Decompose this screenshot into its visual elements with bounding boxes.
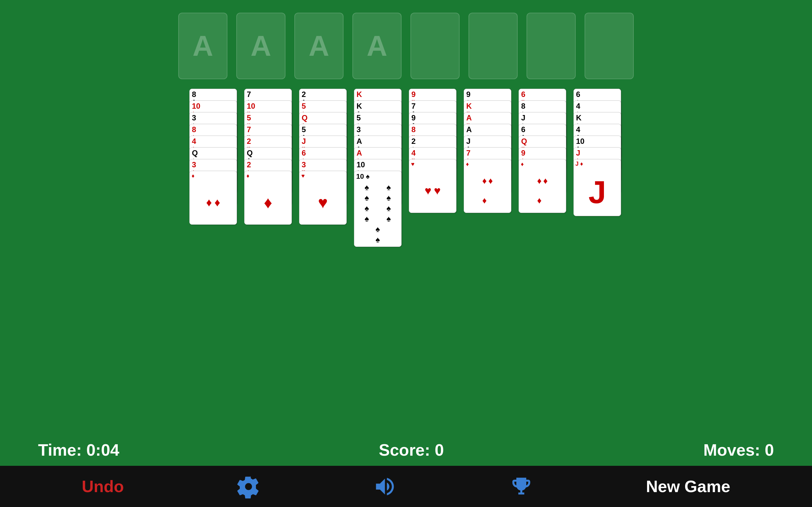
moves-display: Moves: 0: [703, 441, 774, 459]
tableau-column-6: 9♠ K♥ A♥ A♠ J♣ 7♦ ♦ ♦♦♦: [464, 89, 513, 428]
gear-icon: [237, 475, 260, 498]
tableau: 8♣ 10♦ 3♠ 8♦ 4♦ Q♠ 3♦ ♦: [63, 89, 749, 428]
tableau-column-5: 9♥ 7♣ 9♣ 8♥ 2♠ 4♥ ♥ ♥♥: [409, 89, 458, 428]
card-diamond-last-1[interactable]: ♦ ♦♦: [189, 171, 237, 225]
settings-button[interactable]: [237, 475, 260, 498]
card-diamonds-last-7[interactable]: ♦ ♦♦♦: [519, 159, 566, 213]
tableau-column-3: 2♣ 5♦ Q♦ 5♣ J♥ 6♦ 3♥ ♥ ♥: [299, 89, 348, 428]
game-area: A A A A 8♣ 10♦: [0, 0, 812, 434]
trophy-button[interactable]: [509, 475, 533, 498]
card-diamonds-last-6[interactable]: ♦ ♦♦♦: [464, 159, 511, 213]
sound-button[interactable]: [373, 475, 397, 498]
foundation-slot-6[interactable]: [468, 13, 518, 79]
foundation-slot-8[interactable]: [585, 13, 634, 79]
card-hearts-last-5[interactable]: ♥ ♥♥: [409, 159, 456, 213]
tableau-column-8: 6♠ 4♠ K♠ 4♣ 10♣ J♦ J ♦ J: [573, 89, 623, 428]
time-display: Time: 0:04: [38, 441, 119, 459]
foundation-slot-2[interactable]: A: [236, 13, 286, 79]
foundation-slot-5[interactable]: [410, 13, 460, 79]
card-j-diamonds-full[interactable]: J ♦ J: [573, 159, 621, 216]
card-10-spades-full[interactable]: 10 ♠ ♠♠ ♠♠ ♠♠ ♠♠ ♠ ♠: [354, 171, 402, 247]
undo-button[interactable]: Undo: [82, 477, 124, 496]
tableau-column-7: 6♥ 8♠ J♠ 6♣ Q♥ 9♦ ♦ ♦♦♦: [519, 89, 568, 428]
foundation-slot-7[interactable]: [526, 13, 576, 79]
sound-icon: [373, 475, 397, 498]
foundation-slot-3[interactable]: A: [294, 13, 344, 79]
nav-bar: Undo New Game: [0, 466, 812, 507]
card-diamond-last-2[interactable]: ♦ ♦: [244, 171, 292, 225]
tableau-column-2: 7♠ 10♥ 5♥ 7♥ 2♥ Q♣ 2♦ ♦ ♦: [244, 89, 293, 428]
foundation-slot-4[interactable]: A: [352, 13, 402, 79]
tableau-column-1: 8♣ 10♦ 3♠ 8♦ 4♦ Q♠ 3♦ ♦: [189, 89, 239, 428]
card-hearts-last-3[interactable]: ♥ ♥: [299, 171, 347, 225]
foundation-slot-1[interactable]: A: [178, 13, 227, 79]
trophy-icon: [509, 475, 533, 498]
status-bar: Time: 0:04 Score: 0 Moves: 0: [0, 434, 812, 466]
new-game-button[interactable]: New Game: [646, 477, 730, 496]
tableau-column-4: K♦ K♣ 5♠ 3♣ A♣ A♦ 10♠ 10 ♠: [354, 89, 403, 428]
score-display: Score: 0: [379, 441, 444, 459]
foundation-row: A A A A: [63, 13, 749, 79]
